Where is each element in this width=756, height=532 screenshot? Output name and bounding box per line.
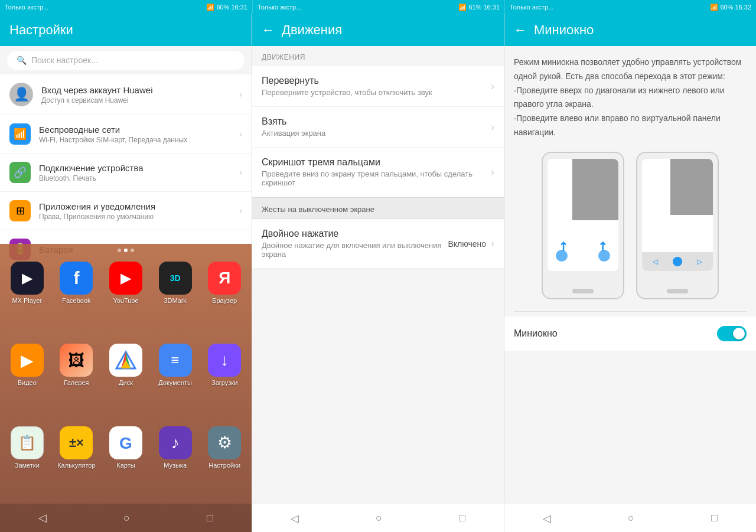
status-left-2: Только экстр... <box>258 4 301 11</box>
miniwindow-toggle[interactable] <box>717 326 747 341</box>
back-button-3[interactable]: ◁ <box>543 512 551 525</box>
settings-item-apps[interactable]: ⊞ Приложения и уведомления Права, Прилож… <box>0 192 252 230</box>
list-item[interactable]: ▶ MX Player <box>2 257 52 339</box>
miniwindow-panel: ← Миниокно Режим миниокна позволяет удоб… <box>504 14 756 532</box>
movements-back-button[interactable]: ← <box>262 22 275 38</box>
wifi-arrow: › <box>239 129 242 139</box>
miniwindow-header: ← Миниокно <box>504 14 756 46</box>
downloads-icon: ↓ <box>208 344 241 377</box>
app-label-docs: Документы <box>158 379 192 386</box>
list-item[interactable]: ↓ Загрузки <box>200 339 249 421</box>
3dmark-icon: 3D <box>159 262 192 295</box>
bluetooth-icon: 🔗 <box>9 162 31 183</box>
wifi-icon-1: 📶 <box>206 4 214 11</box>
calc-icon: ±× <box>60 426 93 459</box>
screenshot-title: Скриншот тремя пальцами <box>262 157 491 168</box>
status-left-3: Только экстр... <box>510 4 553 11</box>
list-item[interactable]: ⚙ Настройки <box>200 422 249 504</box>
home-button-1[interactable]: ○ <box>123 512 130 524</box>
list-item[interactable]: Я Браузер <box>200 257 249 339</box>
recent-button-3[interactable]: □ <box>711 512 718 524</box>
pickup-arrow: › <box>491 121 494 133</box>
account-info: Вход через аккаунт Huawei Доступ к серви… <box>41 85 239 105</box>
flip-arrow: › <box>491 80 494 93</box>
search-placeholder: Поиск настроек... <box>31 56 98 65</box>
divider <box>514 311 747 312</box>
pickup-subtitle: Активация экрана <box>262 129 491 138</box>
gestures-section-header: Жесты на выключенном экране <box>252 197 504 219</box>
back-button-2[interactable]: ◁ <box>291 512 299 525</box>
battery-3: 60% <box>720 4 733 11</box>
nav-bar-3: ◁ ○ □ <box>504 504 756 532</box>
movement-flip[interactable]: Перевернуть Переверните устройство, чтоб… <box>252 66 504 107</box>
movements-section-header: ДВИЖЕНИЯ <box>252 46 504 66</box>
doubletap-arrow: › <box>491 237 494 250</box>
app-label-maps: Карты <box>116 462 135 469</box>
movement-screenshot[interactable]: Скриншот тремя пальцами Проведите вниз п… <box>252 148 504 197</box>
dot-1 <box>118 249 121 252</box>
app-label-notes: Заметки <box>15 462 40 469</box>
app-label-3dmark: 3DMark <box>164 297 187 304</box>
settings-panel: Настройки 🔍 Поиск настроек... 👤 Вход чер… <box>0 14 252 532</box>
account-item[interactable]: 👤 Вход через аккаунт Huawei Доступ к сер… <box>0 74 252 115</box>
recent-button-2[interactable]: □ <box>459 512 465 524</box>
app-label-calc: Калькулятор <box>57 462 95 469</box>
toggle-label: Миниокно <box>514 328 558 339</box>
list-item[interactable]: 3D 3DMark <box>151 257 200 339</box>
movement-double-tap[interactable]: Двойное нажатие Двойное нажатие для вклю… <box>252 219 504 269</box>
home-button-2[interactable]: ○ <box>376 512 382 524</box>
docs-icon: ≡ <box>159 344 192 377</box>
wifi-title: Беспроводные сети <box>39 125 239 135</box>
dot-2 <box>124 249 128 252</box>
time-3: 16:32 <box>735 4 751 11</box>
list-item[interactable]: f Facebook <box>52 257 102 339</box>
avatar: 👤 <box>9 83 33 106</box>
list-item[interactable]: ♪ Музыка <box>151 422 200 504</box>
app-label-video: Видео <box>18 379 37 386</box>
list-item[interactable]: ▶ YouTube <box>101 257 151 339</box>
wifi-icon-2: 📶 <box>458 4 467 11</box>
list-item[interactable]: Диск <box>101 339 151 421</box>
app-label-browser: Браузер <box>212 297 237 304</box>
flip-title: Перевернуть <box>262 76 491 86</box>
mini-description: Режим миниокна позволяет удобно управлят… <box>514 56 747 140</box>
mxplayer-icon: ▶ <box>11 262 44 295</box>
list-item[interactable]: 📋 Заметки <box>2 422 52 504</box>
list-item[interactable]: ▶ Видео <box>2 339 52 421</box>
recent-button-1[interactable]: □ <box>207 512 213 524</box>
app-label-music: Музыка <box>164 462 187 469</box>
pickup-title: Взять <box>262 116 491 127</box>
settings-item-bluetooth[interactable]: 🔗 Подключение устройства Bluetooth, Печа… <box>0 154 252 192</box>
music-icon: ♪ <box>159 426 192 459</box>
phone-illustration-2: ◁ ▷ <box>636 152 719 299</box>
notes-icon: 📋 <box>11 426 44 459</box>
home-button-3[interactable]: ○ <box>628 512 634 524</box>
list-item[interactable]: ±× Калькулятор <box>52 422 102 504</box>
apps-title: Приложения и уведомления <box>39 201 239 211</box>
wifi-icon: 📶 <box>9 123 31 145</box>
list-item[interactable]: ≡ Документы <box>151 339 200 421</box>
status-left-1: Только экстр... <box>5 4 48 11</box>
app-label-facebook: Facebook <box>62 297 90 304</box>
list-item[interactable]: 🖼 Галерея <box>52 339 102 421</box>
nav-bar-2: ◁ ○ □ <box>252 504 504 532</box>
movement-pickup[interactable]: Взять Активация экрана › <box>252 107 504 148</box>
status-bar-3: Только экстр... 📶 60% 16:32 <box>504 0 756 14</box>
list-item[interactable]: G Карты <box>101 422 151 504</box>
battery-2: 61% <box>468 4 481 11</box>
apps-icon: ⊞ <box>9 200 31 221</box>
search-bar[interactable]: 🔍 Поиск настроек... <box>7 51 245 70</box>
maps-icon: G <box>109 426 142 459</box>
back-button-1[interactable]: ◁ <box>38 511 47 524</box>
time-2: 16:31 <box>483 4 500 11</box>
settings-title: Настройки <box>9 22 73 37</box>
video-icon: ▶ <box>11 344 44 377</box>
apps-arrow: › <box>239 205 242 216</box>
miniwindow-back-button[interactable]: ← <box>514 22 527 38</box>
gallery-icon: 🖼 <box>60 344 93 377</box>
movements-title: Движения <box>282 22 342 38</box>
doubletap-title: Двойное нажатие <box>262 229 448 239</box>
settings-item-wifi[interactable]: 📶 Беспроводные сети Wi-Fi, Настройки SIM… <box>0 115 252 154</box>
phone-illustration-1: ↗ ↖ <box>542 152 624 299</box>
dot-3 <box>131 249 134 252</box>
